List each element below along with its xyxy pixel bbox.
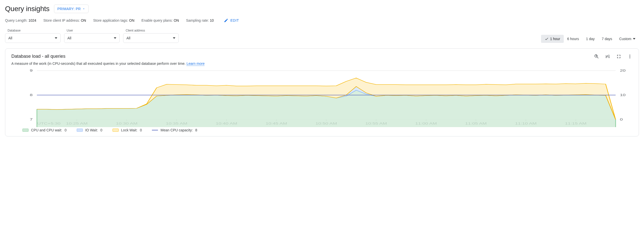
learn-more-link[interactable]: Learn more — [186, 62, 205, 66]
dropdown-icon — [633, 38, 635, 40]
card-title: Database load - all queries — [11, 54, 205, 59]
database-load-card: Database load - all queries A measure of… — [5, 48, 639, 136]
user-filter-label: User — [64, 29, 120, 32]
legend-swatch-icon — [22, 129, 29, 132]
client-filter-label: Client address — [123, 29, 179, 32]
svg-text:7: 7 — [30, 118, 33, 121]
filter-group: Database All User All Client address All — [5, 29, 179, 43]
legend-toggle-icon[interactable] — [605, 54, 610, 59]
legend-line-icon — [152, 130, 158, 130]
instance-selector-label: PRIMARY: PR — [57, 7, 81, 11]
setting-app-tags: Store application tags: ON — [93, 18, 134, 22]
setting-client-ip: Store client IP address: ON — [43, 18, 86, 22]
pencil-icon — [224, 18, 228, 23]
legend-mean-cpu[interactable]: Mean CPU capacity: 8 — [152, 128, 197, 132]
setting-query-plans: Enable query plans: ON — [142, 18, 179, 22]
dropdown-icon — [114, 37, 116, 39]
legend-io-wait[interactable]: IO Wait: 0 — [77, 128, 102, 132]
dropdown-icon — [82, 7, 85, 10]
time-range-selector: 1 hour 6 hours 1 day 7 days Custom — [541, 35, 639, 43]
more-options-icon[interactable] — [627, 54, 633, 59]
page-title: Query insights — [5, 5, 49, 13]
chart-legend: CPU and CPU wait: 0 IO Wait: 0 Lock Wait… — [11, 127, 633, 132]
legend-swatch-icon — [77, 129, 83, 132]
edit-button[interactable]: EDIT — [224, 18, 239, 23]
time-range-1day[interactable]: 1 day — [582, 35, 598, 43]
client-filter[interactable]: All — [123, 33, 179, 43]
svg-text:8: 8 — [30, 93, 33, 97]
settings-strip: Query Length: 1024 Store client IP addre… — [5, 18, 639, 23]
setting-sampling-rate: Sampling rate: 10 — [186, 18, 214, 22]
chart-area[interactable]: 78901020UTC+5:3010:25 AM10:30 AM10:35 AM… — [11, 69, 633, 127]
reset-zoom-icon[interactable] — [594, 54, 599, 59]
setting-query-length: Query Length: 1024 — [5, 18, 36, 22]
dropdown-icon — [55, 37, 57, 39]
legend-cpu-wait[interactable]: CPU and CPU wait: 0 — [22, 128, 67, 132]
time-range-6hours[interactable]: 6 hours — [564, 35, 583, 43]
database-filter-label: Database — [5, 29, 61, 32]
svg-text:10: 10 — [620, 93, 626, 97]
database-filter[interactable]: All — [5, 33, 61, 43]
card-subtitle: A measure of the work (in CPU-seconds) t… — [11, 62, 205, 66]
svg-text:9: 9 — [30, 69, 33, 72]
time-range-7days[interactable]: 7 days — [598, 35, 616, 43]
fullscreen-icon[interactable] — [616, 54, 622, 59]
time-range-custom[interactable]: Custom — [616, 35, 639, 43]
instance-selector[interactable]: PRIMARY: PR — [54, 5, 89, 13]
svg-text:20: 20 — [620, 69, 626, 72]
svg-text:0: 0 — [620, 118, 623, 121]
legend-swatch-icon — [113, 129, 119, 132]
dropdown-icon — [173, 37, 175, 39]
time-range-1hour[interactable]: 1 hour — [541, 35, 564, 43]
legend-lock-wait[interactable]: Lock Wait: 0 — [113, 128, 142, 132]
user-filter[interactable]: All — [64, 33, 120, 43]
check-icon — [545, 37, 549, 41]
